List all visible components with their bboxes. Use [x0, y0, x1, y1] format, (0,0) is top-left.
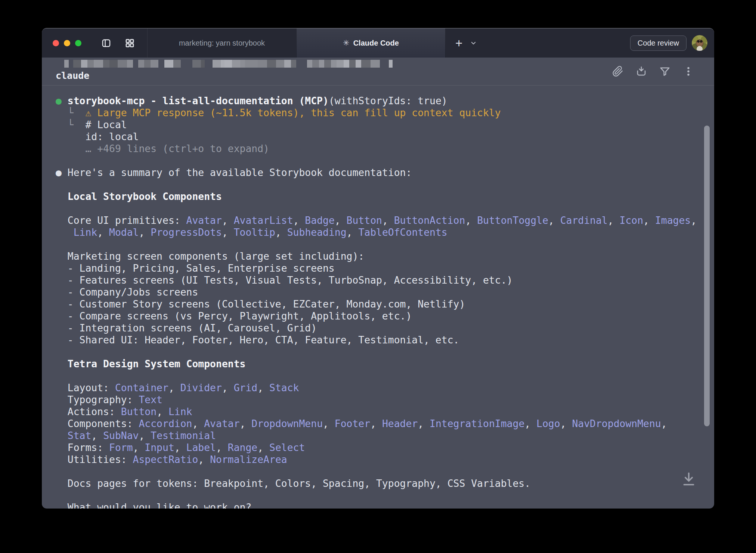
- text-segment: Stack: [269, 382, 299, 393]
- text-segment: Range: [228, 442, 257, 453]
- text-segment: Modal: [109, 226, 139, 238]
- text-segment: ,: [323, 418, 335, 429]
- code-review-button[interactable]: Code review: [630, 35, 687, 51]
- text-segment: IntegrationImage: [430, 418, 524, 429]
- new-tab-button[interactable]: +: [452, 37, 466, 49]
- redacted-pixel: [151, 60, 158, 68]
- text-segment: Stat: [68, 430, 92, 441]
- text-segment: ,: [293, 214, 305, 226]
- grid-view-icon[interactable]: [125, 38, 135, 48]
- text-segment: ,: [168, 382, 180, 393]
- text-segment: NormalizeArea: [210, 454, 287, 465]
- text-segment: Cardinal: [560, 214, 608, 226]
- terminal-line: ● storybook-mcp - list-all-documentation…: [56, 95, 699, 107]
- redacted-pixel: [337, 60, 344, 68]
- zoom-button[interactable]: [75, 40, 81, 46]
- redacted-pixel: [158, 60, 164, 68]
- tab-marketing-yarn-storybook[interactable]: marketing: yarn storybook: [148, 28, 296, 58]
- redacted-pixel: [87, 60, 94, 68]
- text-segment: ProgressDots: [151, 226, 222, 238]
- text-segment: Link: [168, 406, 192, 417]
- download-icon[interactable]: [636, 66, 647, 77]
- redacted-pixel: [127, 60, 133, 68]
- scroll-to-bottom-icon[interactable]: [681, 470, 697, 488]
- redacted-pixel: [301, 60, 307, 68]
- terminal-line: └ # Local: [56, 119, 699, 131]
- text-segment: AspectRatio: [133, 454, 198, 465]
- more-vertical-icon[interactable]: [683, 66, 694, 77]
- text-segment: ,: [418, 418, 430, 429]
- text-segment: … +469 lines (ctrl+o to expand): [56, 143, 269, 154]
- terminal-line: [56, 466, 699, 478]
- text-segment: What would you like to work on?: [56, 501, 251, 509]
- text-segment: SubNav: [103, 430, 139, 441]
- redacted-pixel: [258, 60, 267, 68]
- text-segment: Logo: [536, 418, 560, 429]
- scrollbar[interactable]: [704, 126, 710, 426]
- text-segment: └: [56, 107, 85, 118]
- redacted-pixel: [312, 60, 319, 68]
- terminal-line: [56, 179, 699, 191]
- redacted-pixel: [181, 60, 187, 68]
- text-segment: - Shared UI: Header, Footer, Hero, CTA, …: [56, 334, 459, 346]
- redacted-pixel: [276, 60, 284, 68]
- filter-icon[interactable]: [659, 66, 670, 77]
- text-segment: # Local: [85, 119, 127, 130]
- minimize-button[interactable]: [64, 40, 70, 46]
- terminal-line: Core UI primitives: Avatar, AvatarList, …: [56, 214, 699, 226]
- text-segment: ,: [174, 442, 186, 453]
- text-segment: ,: [560, 418, 572, 429]
- redacted-pixel: [64, 60, 69, 68]
- text-segment: └: [56, 119, 85, 130]
- terminal-line: Marketing screen components (large set i…: [56, 250, 699, 262]
- terminal-line: - Shared UI: Header, Footer, Hero, CTA, …: [56, 334, 699, 346]
- terminal-line: [56, 155, 699, 167]
- close-button[interactable]: [53, 40, 59, 46]
- chevron-down-icon[interactable]: [466, 40, 481, 47]
- redacted-pixel: [103, 60, 109, 68]
- text-segment: Subheading: [287, 226, 347, 238]
- text-segment: ,: [216, 442, 228, 453]
- text-segment: - Integration screens (AI, Carousel, Gri…: [56, 322, 317, 334]
- text-segment: ,: [139, 226, 151, 238]
- text-segment: Grid: [234, 382, 258, 393]
- sidebar-toggle-icon[interactable]: [101, 38, 111, 48]
- redacted-pixel: [361, 60, 371, 68]
- terminal-line: - Customer Story screens (Collective, EZ…: [56, 298, 699, 310]
- terminal-line: What would you like to work on?: [56, 501, 699, 509]
- terminal-line: Link, Modal, ProgressDots, Tooltip, Subh…: [56, 226, 699, 238]
- tab-claude-code[interactable]: ✳ Claude Code: [296, 28, 446, 58]
- terminal-line: Typography: Text: [56, 394, 699, 406]
- window-controls: [42, 28, 148, 58]
- redacted-pixel: [221, 60, 224, 68]
- redacted-pixel: [344, 60, 349, 68]
- text-segment: ,: [222, 226, 234, 238]
- command-header-icons: [612, 66, 694, 77]
- redacted-pixel: [94, 60, 103, 68]
- text-segment: Select: [269, 442, 305, 453]
- redacted-pixel: [252, 60, 258, 68]
- paperclip-icon[interactable]: [612, 66, 623, 77]
- text-segment: ,: [275, 226, 287, 238]
- text-segment: ,: [661, 418, 667, 429]
- text-segment: Button: [347, 214, 382, 226]
- terminal-line: Docs pages for tokens: Breakpoint, Color…: [56, 478, 699, 489]
- redacted-pixel: [356, 60, 361, 68]
- text-segment: Icon: [620, 214, 644, 226]
- text-segment: - Features screens (UI Tests, Visual Tes…: [56, 274, 512, 286]
- text-segment: ,: [465, 214, 477, 226]
- text-segment: Utilities:: [56, 454, 133, 465]
- text-segment: - Customer Story screens (Collective, EZ…: [56, 298, 465, 310]
- text-segment: ,: [347, 226, 359, 238]
- terminal-output: ● storybook-mcp - list-all-documentation…: [42, 86, 714, 509]
- redacted-pixel: [371, 60, 380, 68]
- titlebar-spacer: [481, 28, 630, 58]
- text-segment: - Compare screens (vs Percy, Playwright,…: [56, 310, 412, 322]
- user-avatar[interactable]: [692, 35, 707, 51]
- terminal-line: - Landing, Pricing, Sales, Enterprise sc…: [56, 262, 699, 274]
- text-segment: DropdownMenu: [251, 418, 323, 429]
- redacted-pixel: [389, 60, 393, 68]
- text-segment: AvatarList: [234, 214, 293, 226]
- text-segment: ,: [139, 430, 151, 441]
- text-segment: ,: [524, 418, 536, 429]
